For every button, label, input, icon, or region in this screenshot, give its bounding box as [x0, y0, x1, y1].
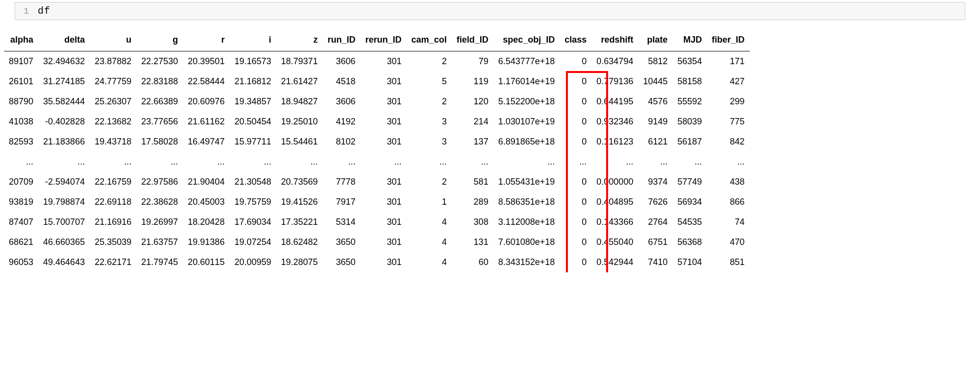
table-cell: 20709	[4, 172, 38, 192]
table-cell: 20.60115	[183, 252, 229, 272]
line-number: 1	[22, 6, 29, 16]
table-cell: 20.00959	[229, 252, 276, 272]
table-cell: 6751	[638, 232, 672, 252]
table-cell: 3650	[323, 252, 361, 272]
table-cell: ...	[276, 152, 322, 172]
table-cell: 119	[452, 72, 493, 92]
table-cell: 3.112008e+18	[493, 212, 560, 232]
table-cell: -2.594074	[38, 172, 90, 192]
table-row: 41038-0.40282822.1368223.7765621.6116220…	[4, 112, 750, 132]
table-cell: 0.455040	[591, 232, 638, 252]
table-cell: 4	[407, 232, 452, 252]
table-cell: 19.07254	[229, 232, 276, 252]
table-cell: 21.30548	[229, 172, 276, 192]
table-cell: 21.90404	[183, 172, 229, 192]
table-cell: ...	[452, 152, 493, 172]
table-row: 8910732.49463223.8788222.2753020.3950119…	[4, 51, 750, 72]
table-cell: 21.16812	[229, 72, 276, 92]
table-cell: 17.58028	[136, 132, 183, 152]
table-cell: 56368	[672, 232, 707, 252]
table-cell: 0.779136	[591, 72, 638, 92]
table-cell: 23.87882	[90, 51, 136, 72]
table-cell: 0.116123	[591, 132, 638, 152]
col-delta: delta	[38, 29, 90, 51]
table-cell: 0	[560, 212, 591, 232]
table-cell: 35.582444	[38, 92, 90, 112]
table-cell: 21.79745	[136, 252, 183, 272]
col-MJD: MJD	[672, 29, 707, 51]
table-cell: 8.343152e+18	[493, 252, 560, 272]
table-cell: 2764	[638, 212, 672, 232]
code-input-cell[interactable]: 1 df	[15, 2, 965, 20]
table-cell: 25.35039	[90, 232, 136, 252]
table-cell: -0.402828	[38, 112, 90, 132]
table-cell: 0	[560, 232, 591, 252]
col-i: i	[229, 29, 276, 51]
table-cell: 1.030107e+19	[493, 112, 560, 132]
table-cell: 21.61427	[276, 72, 322, 92]
table-cell: 1	[407, 192, 452, 212]
table-row: 20709-2.59407422.1675922.9758621.9040421…	[4, 172, 750, 192]
table-cell: 7917	[323, 192, 361, 212]
table-row: 8879035.58244425.2630722.6638920.6097619…	[4, 92, 750, 112]
table-cell: 19.75759	[229, 192, 276, 212]
table-cell: 22.58444	[183, 72, 229, 92]
table-cell: 22.27530	[136, 51, 183, 72]
table-cell: 301	[361, 51, 407, 72]
table-cell: 74	[707, 212, 750, 232]
table-cell: 0	[560, 132, 591, 152]
col-r: r	[183, 29, 229, 51]
table-cell: 0.143366	[591, 212, 638, 232]
table-cell: 20.60976	[183, 92, 229, 112]
table-cell: 0	[560, 92, 591, 112]
table-cell: 19.28075	[276, 252, 322, 272]
table-cell: 120	[452, 92, 493, 112]
table-cell: ...	[407, 152, 452, 172]
table-cell: 31.274185	[38, 72, 90, 92]
table-cell: 32.494632	[38, 51, 90, 72]
table-cell: ...	[90, 152, 136, 172]
table-cell: 2	[407, 172, 452, 192]
table-cell: 0	[560, 252, 591, 272]
table-cell: 24.77759	[90, 72, 136, 92]
table-cell: 20.50454	[229, 112, 276, 132]
table-cell: 842	[707, 132, 750, 152]
col-redshift: redshift	[591, 29, 638, 51]
table-cell: 21.183866	[38, 132, 90, 152]
col-u: u	[90, 29, 136, 51]
table-cell: 5812	[638, 51, 672, 72]
table-cell: 57749	[672, 172, 707, 192]
table-cell: 17.69034	[229, 212, 276, 232]
table-cell: ...	[38, 152, 90, 172]
table-cell: 4	[407, 212, 452, 232]
table-cell: 0.000000	[591, 172, 638, 192]
table-cell: 58039	[672, 112, 707, 132]
table-cell: 22.38628	[136, 192, 183, 212]
table-cell: 7.601080e+18	[493, 232, 560, 252]
table-cell: 308	[452, 212, 493, 232]
table-cell: 58158	[672, 72, 707, 92]
table-cell: 82593	[4, 132, 38, 152]
table-cell: 2	[407, 51, 452, 72]
table-cell: 23.77656	[136, 112, 183, 132]
table-cell: 15.54461	[276, 132, 322, 152]
table-cell: 0	[560, 51, 591, 72]
col-plate: plate	[638, 29, 672, 51]
table-cell: 851	[707, 252, 750, 272]
table-cell: 54535	[672, 212, 707, 232]
dataframe-table: alphadeltaugrizrun_IDrerun_IDcam_colfiel…	[4, 29, 750, 272]
table-cell: 19.43718	[90, 132, 136, 152]
col-g: g	[136, 29, 183, 51]
table-cell: 21.63757	[136, 232, 183, 252]
table-row: 9381919.79887422.6911822.3862820.4500319…	[4, 192, 750, 212]
table-cell: 49.464643	[38, 252, 90, 272]
table-cell: 4518	[323, 72, 361, 92]
table-cell: 137	[452, 132, 493, 152]
table-cell: 21.61162	[183, 112, 229, 132]
table-cell: 6.543777e+18	[493, 51, 560, 72]
table-cell: 96053	[4, 252, 38, 272]
table-cell: 9149	[638, 112, 672, 132]
table-cell: 0.644195	[591, 92, 638, 112]
table-cell: 22.66389	[136, 92, 183, 112]
table-cell: ...	[4, 152, 38, 172]
